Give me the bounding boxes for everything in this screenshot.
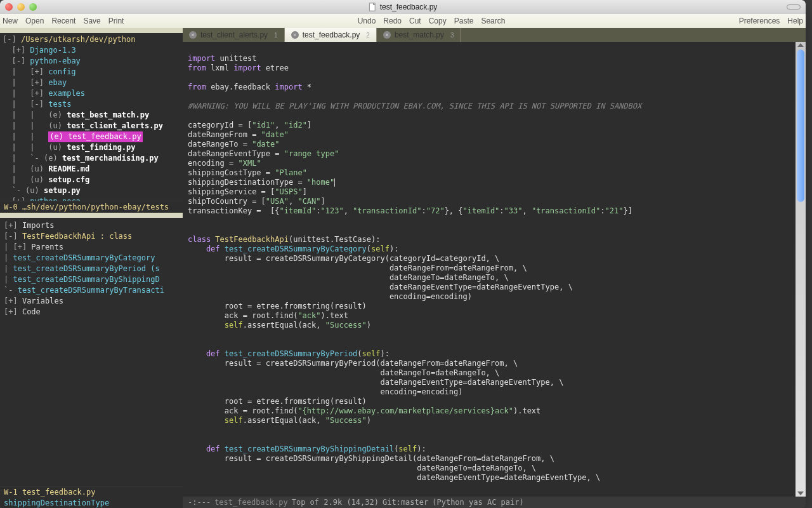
main-panel: ×test_client_alerts.py1×test_feedback.py… <box>183 28 806 508</box>
tree-item[interactable]: | | (u) test_client_alerts.py <box>3 121 180 131</box>
menu-cut[interactable]: Cut <box>409 17 421 25</box>
close-icon[interactable] <box>5 3 13 11</box>
outline-item[interactable]: | test_createDSRSummaryByShippingD <box>4 274 179 285</box>
tree-item[interactable]: | | (e) test_best_match.py <box>3 110 180 121</box>
menu-open[interactable]: Open <box>25 17 44 25</box>
status-git: Git:master <box>383 498 428 507</box>
scrollbar-thumb[interactable] <box>797 50 804 202</box>
sidebar-top-divider <box>0 28 183 33</box>
outline-item[interactable]: | [+] Parents <box>4 242 179 253</box>
tree-item[interactable]: | [+] ebay <box>3 77 180 88</box>
status-position: Top of 2.9k (14,32) <box>292 498 379 507</box>
menu-bar: New Open Recent Save Print Undo Redo Cut… <box>0 14 806 28</box>
menu-redo[interactable]: Redo <box>383 17 402 25</box>
code-outline[interactable]: [+] Imports[-] TestFeedbackhApi : class|… <box>0 218 183 320</box>
outline-item[interactable]: `- test_createDSRSummaryByTransacti <box>4 285 179 296</box>
tab[interactable]: ×best_match.py3 <box>377 28 461 42</box>
sidebar: [-] /Users/utkarsh/dev/python [+] Django… <box>0 28 183 508</box>
code-editor[interactable]: import unittest from lxml import etree f… <box>183 42 796 497</box>
tree-item[interactable]: `- (u) setup.py <box>3 185 180 196</box>
scroll-down-icon[interactable] <box>797 491 804 495</box>
status-bar: -:--- test_feedback.py Top of 2.9k (14,3… <box>183 497 806 508</box>
outline-item[interactable]: [+] Code <box>4 307 179 318</box>
status-modes: (Python yas AC pair) <box>432 498 524 507</box>
status-flags: -:--- <box>188 498 211 507</box>
tree-item[interactable]: | [+] examples <box>3 88 180 99</box>
status-file: test_feedback.py <box>214 498 288 507</box>
tab-label: test_feedback.py <box>303 30 360 39</box>
menu-new[interactable]: New <box>3 17 18 25</box>
tab-label: best_match.py <box>395 30 444 39</box>
outline-item[interactable]: | test_createDSRSummaryByPeriod (s <box>4 264 179 274</box>
file-tree[interactable]: [-] /Users/utkarsh/dev/python [+] Django… <box>0 33 183 201</box>
tree-item[interactable]: | (u) README.md <box>3 164 180 175</box>
menu-paste[interactable]: Paste <box>454 17 474 25</box>
editor-window: test_feedback.py New Open Recent Save Pr… <box>0 0 806 508</box>
outline-item[interactable]: [+] Imports <box>4 220 179 231</box>
tab-close-icon[interactable]: × <box>291 31 299 39</box>
menu-undo[interactable]: Undo <box>358 17 376 25</box>
tab-number: 3 <box>450 32 454 39</box>
menu-preferences[interactable]: Preferences <box>739 17 780 25</box>
tree-item[interactable]: | [+] config <box>3 67 180 77</box>
editor-scrollbar[interactable] <box>796 42 806 497</box>
toolbar-pill-icon[interactable] <box>787 4 801 10</box>
tab-bar: ×test_client_alerts.py1×test_feedback.py… <box>183 28 806 42</box>
cursor-icon <box>334 178 335 187</box>
tree-item[interactable]: [-] python-ebay <box>3 56 180 67</box>
traffic-lights <box>5 3 37 11</box>
window-title-text: test_feedback.py <box>380 3 438 11</box>
scroll-up-icon[interactable] <box>797 43 804 47</box>
menu-print[interactable]: Print <box>108 17 124 25</box>
status-w0: W-0 …sh/dev/python/python-ebay/tests <box>0 201 183 213</box>
tree-item[interactable]: [+] Django-1.3 <box>3 45 180 56</box>
tree-item[interactable]: | (u) setup.cfg <box>3 175 180 185</box>
tab-number: 2 <box>366 32 370 39</box>
tab-label: test_client_alerts.py <box>200 30 268 39</box>
outline-item[interactable]: [-] TestFeedbackhApi : class <box>4 231 179 242</box>
zoom-icon[interactable] <box>29 3 37 11</box>
minimize-icon[interactable] <box>17 3 25 11</box>
tree-item[interactable]: | | (u) test_finding.py <box>3 142 180 153</box>
menu-search[interactable]: Search <box>481 17 505 25</box>
symbol-reference: shippingDestinationType <box>0 498 183 508</box>
tree-root[interactable]: /Users/utkarsh/dev/python <box>21 35 136 44</box>
menu-save[interactable]: Save <box>83 17 100 25</box>
tab-number: 1 <box>274 32 278 39</box>
tab-close-icon[interactable]: × <box>383 31 391 39</box>
tab[interactable]: ×test_feedback.py2 <box>285 28 377 42</box>
menu-recent[interactable]: Recent <box>51 17 75 25</box>
menu-copy[interactable]: Copy <box>429 17 447 25</box>
menu-help[interactable]: Help <box>787 17 803 25</box>
outline-item[interactable]: [+] Variables <box>4 296 179 307</box>
tree-item[interactable]: | | (e) test_feedback.py <box>3 131 180 142</box>
tab-close-icon[interactable]: × <box>189 31 197 39</box>
tree-item[interactable]: | [-] tests <box>3 99 180 110</box>
outline-item[interactable]: | test_createDSRSummaryByCategory <box>4 253 179 264</box>
title-bar[interactable]: test_feedback.py <box>0 0 806 14</box>
tab[interactable]: ×test_client_alerts.py1 <box>183 28 285 42</box>
sidebar-mid-divider <box>0 213 183 218</box>
tree-item[interactable]: | `- (e) test_merchandising.py <box>3 153 180 164</box>
status-w1: W-1 test_feedback.py <box>0 486 183 498</box>
window-title: test_feedback.py <box>369 3 438 11</box>
